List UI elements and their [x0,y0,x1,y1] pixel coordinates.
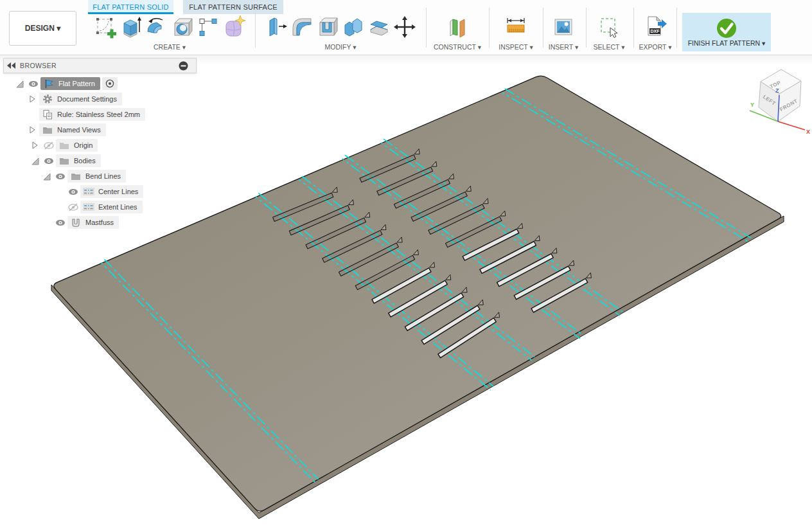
select-menu-label[interactable]: SELECT ▾ [594,43,625,51]
create-sketch-button[interactable] [93,13,118,41]
x-axis-label: X [806,129,810,135]
split-body-icon [367,14,391,40]
select-button[interactable] [596,13,622,41]
folder-icon [42,125,53,135]
rectangular-pattern-icon [197,14,220,40]
collapsed-arrow-icon[interactable] [28,140,42,150]
finish-flat-pattern-button[interactable]: FINISH FLAT PATTERN ▾ [682,13,771,51]
activate-component-radio[interactable] [102,77,118,90]
hole-icon [171,14,194,40]
group-insert: INSERT ▾ [543,10,583,51]
expand-arrow-icon[interactable] [39,171,53,181]
flat-pattern-flag-icon [43,78,55,89]
tree-item-pill[interactable]: Bodies [56,154,101,167]
press-pull-icon [265,14,288,40]
combine-icon [342,14,365,40]
visibility-eye-off-icon[interactable] [66,202,80,212]
visibility-eye-icon[interactable] [66,186,80,197]
fillet-icon [290,14,313,40]
shell-button[interactable] [315,13,340,41]
toolbar-separator [676,8,677,48]
folder-icon [58,156,70,166]
move-icon [393,14,416,40]
tree-item-pill[interactable]: Rule: Stainless Steel 2mm [39,108,145,121]
measure-icon [504,14,527,40]
extrude-button[interactable] [118,13,144,41]
visibility-eye-icon[interactable] [53,171,67,181]
expand-arrow-icon[interactable] [12,78,26,89]
create-menu-label[interactable]: CREATE ▾ [154,43,186,51]
visibility-eye-icon[interactable] [26,78,40,89]
press-pull-button[interactable] [263,13,289,41]
tree-row-label: Flat Pattern [58,80,95,87]
tree-row-rule[interactable]: Rule: Stainless Steel 2mm [25,107,145,122]
fillet-button[interactable] [289,13,315,41]
tree-row-label: Bodies [74,157,96,165]
revolve-button[interactable] [144,13,170,41]
visibility-eye-off-icon[interactable] [42,140,56,150]
create-sketch-icon [94,14,117,40]
hole-button[interactable] [170,13,195,41]
flat-pattern-sheet[interactable] [0,55,812,529]
view-cube[interactable]: TOP LEFT FRONT X Y Z [743,62,812,141]
expand-arrow-icon[interactable] [28,156,42,166]
extrude-icon [119,14,143,40]
tree-item-pill[interactable]: Flat Pattern [40,77,100,90]
shell-icon [316,14,339,40]
x-axis [778,121,805,130]
insert-menu-label[interactable]: INSERT ▾ [549,43,578,51]
tree-row-mastfuss[interactable]: Mastfuss [39,215,119,230]
tree-item-pill[interactable]: Extent Lines [80,201,143,213]
tree-item-pill[interactable]: Center Lines [80,185,143,198]
collapse-panel-icon[interactable] [7,62,16,69]
group-modify: MODIFY ▾ [256,10,425,51]
group-inspect: INSPECT ▾ [492,10,540,51]
visibility-eye-icon[interactable] [42,156,56,166]
group-select: SELECT ▾ [587,10,631,51]
minimize-panel-icon[interactable] [179,61,188,71]
tree-item-pill[interactable]: Document Settings [39,93,122,105]
tree-row-bend-lines[interactable]: Bend Lines [39,168,126,184]
construct-menu-label[interactable]: CONSTRUCT ▾ [434,43,481,51]
tree-row-label: Document Settings [57,95,117,103]
center-lines-icon [83,186,94,197]
construct-plane-button[interactable] [445,13,470,41]
tree-row-label: Rule: Stainless Steel 2mm [57,111,140,118]
export-dxf-icon: DXF [644,14,667,40]
split-body-button[interactable] [366,13,392,41]
design-workspace-button[interactable]: DESIGN ▾ [9,11,76,46]
y-axis-label: Y [750,102,754,108]
move-copy-button[interactable] [392,13,418,41]
group-create: CREATE ▾ [86,10,253,51]
tree-row-named-views[interactable]: Named Views [25,122,106,138]
tree-row-origin[interactable]: Origin [28,138,98,153]
insert-image-button[interactable] [551,13,576,41]
tree-row-flat-pattern[interactable]: Flat Pattern [12,76,118,91]
construct-plane-icon [446,14,469,40]
collapsed-arrow-icon[interactable] [25,125,39,135]
tree-item-pill[interactable]: Bend Lines [67,170,126,183]
create-form-button[interactable] [221,13,247,41]
modeling-viewport[interactable]: BROWSER Flat Pattern [0,55,812,529]
visibility-eye-icon[interactable] [53,217,67,228]
tree-row-center-lines[interactable]: Center Lines [52,184,143,199]
tree-item-pill[interactable]: Named Views [39,123,106,136]
tree-item-pill[interactable]: Mastfuss [67,216,119,229]
tree-item-pill[interactable]: Origin [56,139,98,152]
inspect-menu-label[interactable]: INSPECT ▾ [499,43,533,51]
toolbar-separator [633,8,634,48]
combine-button[interactable] [340,13,366,41]
tree-row-label: Center Lines [98,188,138,195]
browser-header[interactable]: BROWSER [3,58,197,73]
export-dxf-button[interactable]: DXF [642,13,668,41]
collapsed-arrow-icon[interactable] [25,94,39,104]
tree-row-bodies[interactable]: Bodies [28,153,101,168]
create-form-icon [222,14,245,40]
modify-menu-label[interactable]: MODIFY ▾ [325,43,357,51]
export-menu-label[interactable]: EXPORT ▾ [639,43,672,51]
measure-button[interactable] [503,13,529,41]
rectangular-pattern-button[interactable] [195,13,221,41]
tree-row-extent-lines[interactable]: Extent Lines [52,199,143,215]
tree-row-document-settings[interactable]: Document Settings [25,91,122,107]
folder-icon [58,140,70,150]
